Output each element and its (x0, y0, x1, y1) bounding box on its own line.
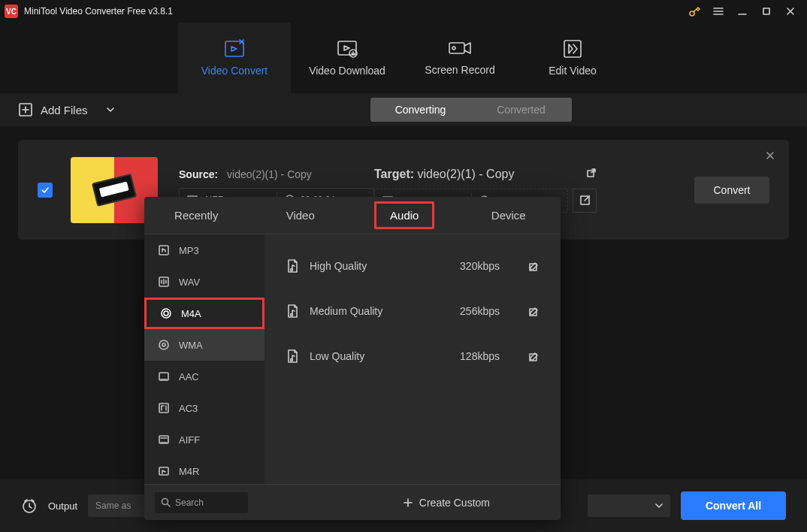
convert-all-button[interactable]: Convert All (681, 491, 786, 520)
svg-point-6 (452, 47, 455, 50)
svg-rect-16 (159, 246, 168, 255)
format-icon (158, 276, 170, 288)
quality-row[interactable]: High Quality320kbps (264, 248, 561, 284)
format-item-aac[interactable]: AAC (144, 361, 264, 392)
edit-icon[interactable] (528, 351, 540, 362)
tab-label: Video Convert (201, 65, 267, 77)
music-file-icon (286, 349, 299, 364)
svg-rect-22 (159, 404, 168, 413)
quality-name: Medium Quality (310, 305, 449, 317)
converting-tab[interactable]: Converting (370, 98, 471, 122)
svg-point-27 (291, 314, 293, 316)
maximize-button[interactable] (754, 0, 778, 23)
menu-icon[interactable] (706, 0, 730, 23)
search-input[interactable]: Search (155, 492, 248, 513)
source-line: Source: video(2)(1) - Copy (179, 168, 374, 180)
minimize-button[interactable] (730, 0, 754, 23)
quality-bitrate: 320kbps (460, 260, 500, 272)
format-icon (158, 434, 170, 446)
app-title: MiniTool Video Converter Free v3.8.1 (24, 6, 682, 17)
target-name: video(2)(1) - Copy (418, 168, 515, 180)
close-button[interactable] (778, 0, 802, 23)
format-label: M4R (179, 466, 199, 477)
edit-icon[interactable] (528, 261, 540, 272)
popup-tab-video[interactable]: Video (249, 209, 353, 222)
format-item-ac3[interactable]: AC3 (144, 392, 264, 424)
tab-label: Video Download (309, 65, 385, 77)
svg-point-31 (162, 499, 168, 505)
toolbar: Add Files Converting Converted (0, 93, 807, 126)
tab-label: Edit Video (549, 65, 597, 77)
target-line: Target: video(2)(1) - Copy (374, 168, 597, 181)
format-icon (158, 339, 170, 351)
svg-rect-2 (225, 41, 243, 56)
svg-rect-1 (763, 8, 769, 14)
app-logo: VC (5, 5, 18, 18)
convert-button[interactable]: Convert (694, 177, 769, 204)
conversion-state-pill: Converting Converted (370, 98, 572, 122)
format-label: AAC (179, 371, 199, 382)
tab-screen-record[interactable]: Screen Record (404, 23, 516, 93)
popup-tab-device[interactable]: Device (457, 209, 561, 222)
title-bar: VC MiniTool Video Converter Free v3.8.1 (0, 0, 807, 23)
chevron-down-icon (106, 105, 115, 114)
quality-row[interactable]: Medium Quality256kbps (264, 293, 561, 329)
edit-icon[interactable] (528, 306, 540, 317)
quality-bitrate: 128kbps (460, 350, 500, 362)
search-placeholder: Search (175, 497, 204, 508)
tab-edit-video[interactable]: Edit Video (516, 23, 629, 93)
music-file-icon (286, 304, 299, 319)
quality-row[interactable]: Low Quality128kbps (264, 338, 561, 374)
format-item-aiff[interactable]: AIFF (144, 424, 264, 455)
popup-tab-recently[interactable]: Recently (144, 209, 249, 222)
popup-tabs: Recently Video Audio Device (144, 197, 561, 234)
format-icon (158, 370, 170, 382)
quality-name: High Quality (310, 260, 449, 272)
format-item-wav[interactable]: WAV (144, 266, 264, 298)
external-icon[interactable] (586, 168, 597, 178)
format-icon (158, 244, 170, 256)
format-label: AC3 (179, 403, 198, 414)
format-icon (158, 465, 170, 477)
format-label: WMA (179, 340, 203, 351)
remove-job-button[interactable] (765, 150, 775, 164)
popup-tab-audio[interactable]: Audio (352, 209, 457, 222)
job-checkbox[interactable] (38, 183, 53, 198)
format-icon (160, 307, 172, 319)
quality-bitrate: 256kbps (460, 305, 500, 317)
tab-video-convert[interactable]: Video Convert (178, 23, 291, 93)
format-label: MP3 (179, 245, 199, 256)
format-label: WAV (179, 277, 200, 288)
popup-footer: Search Create Custom (144, 484, 561, 520)
svg-point-19 (159, 340, 168, 349)
create-custom-label: Create Custom (419, 497, 490, 509)
svg-point-25 (291, 269, 293, 271)
svg-point-18 (162, 309, 171, 318)
format-item-m4r[interactable]: M4R (144, 455, 264, 484)
tab-video-download[interactable]: Video Download (291, 23, 404, 93)
format-combo[interactable] (588, 494, 670, 517)
tab-label: Screen Record (425, 64, 494, 76)
source-label: Source: (179, 168, 218, 180)
format-label: AIFF (179, 434, 200, 446)
create-custom-button[interactable]: Create Custom (403, 497, 490, 509)
quality-list: High Quality320kbpsMedium Quality256kbps… (264, 234, 561, 484)
add-files-label: Add Files (41, 104, 88, 116)
format-popup: Recently Video Audio Device MP3WAVM4AWMA… (144, 197, 561, 520)
key-icon[interactable] (682, 0, 706, 23)
format-list[interactable]: MP3WAVM4AWMAAACAC3AIFFM4R (144, 234, 264, 484)
format-item-m4a[interactable]: M4A (144, 298, 264, 329)
edit-target-button[interactable] (573, 189, 597, 213)
svg-point-20 (162, 343, 165, 346)
output-label: Output (48, 500, 77, 512)
converted-tab[interactable]: Converted (471, 98, 572, 122)
format-icon (158, 402, 170, 414)
format-label: M4A (181, 308, 201, 319)
target-label: Target: (374, 168, 414, 180)
format-item-mp3[interactable]: MP3 (144, 234, 264, 266)
format-item-wma[interactable]: WMA (144, 329, 264, 361)
clock-icon[interactable] (21, 497, 38, 514)
svg-rect-5 (449, 43, 464, 53)
add-files-button[interactable]: Add Files (18, 102, 115, 117)
music-file-icon (286, 258, 299, 274)
